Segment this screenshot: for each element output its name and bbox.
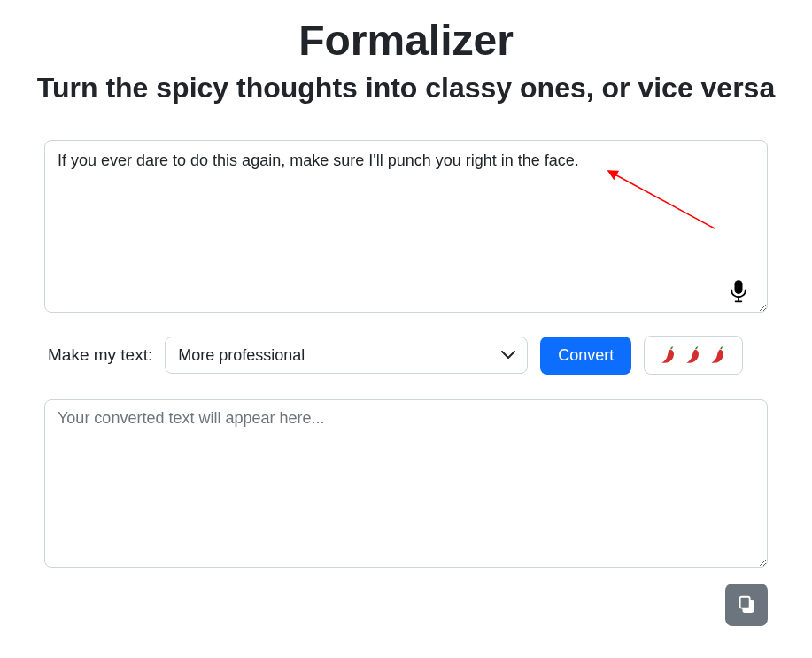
copy-icon (737, 594, 756, 616)
spicy-level-button[interactable] (644, 336, 743, 375)
input-textarea[interactable] (44, 140, 768, 313)
pepper-icon (657, 344, 680, 367)
style-label: Make my text: (48, 345, 152, 365)
style-select-wrap: More professional (165, 337, 528, 374)
copy-row (44, 584, 768, 626)
output-textarea[interactable] (44, 399, 768, 568)
page-subtitle: Turn the spicy thoughts into classy ones… (22, 72, 790, 105)
pepper-icon (682, 344, 705, 367)
pepper-icon (707, 344, 730, 367)
input-wrapper (44, 140, 768, 316)
convert-button[interactable]: Convert (540, 337, 631, 375)
style-select[interactable]: More professional (165, 337, 528, 374)
svg-rect-6 (740, 596, 750, 608)
page-title: Formalizer (22, 16, 790, 65)
svg-rect-0 (735, 280, 743, 294)
controls-row: Make my text: More professional Convert (44, 336, 768, 375)
microphone-icon[interactable] (731, 279, 746, 300)
copy-button[interactable] (725, 584, 768, 626)
